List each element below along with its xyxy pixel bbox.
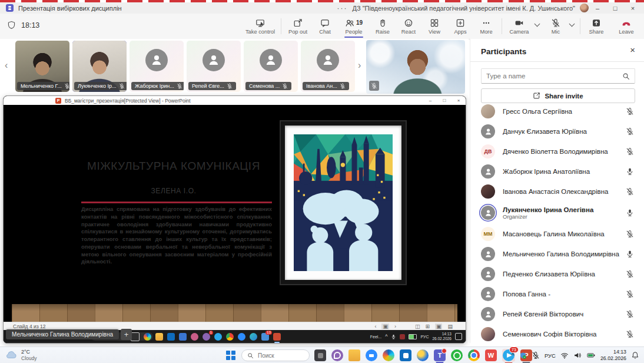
take-control-button[interactable]: Take control: [242, 14, 278, 39]
wps-office-icon[interactable]: W: [485, 349, 497, 361]
taskbar-search-input[interactable]: [257, 352, 300, 359]
zoom-icon[interactable]: [238, 333, 245, 341]
more-button[interactable]: More: [473, 14, 499, 39]
security-shield-icon[interactable]: [519, 352, 527, 359]
notification-bell-icon[interactable]: [631, 351, 639, 359]
tray-chevron-icon[interactable]: ^: [512, 352, 514, 359]
photos-app-icon[interactable]: [417, 349, 429, 361]
telegram-icon[interactable]: [214, 333, 222, 341]
participant-mic-status[interactable]: [625, 167, 635, 176]
view-button[interactable]: View: [421, 14, 447, 39]
pin-presenter-button[interactable]: +: [121, 329, 132, 340]
participant-row[interactable]: Мельниченко Галина Володимирівна: [470, 244, 644, 264]
window-minimize-button[interactable]: –: [589, 5, 606, 12]
participant-mic-status[interactable]: [625, 147, 635, 156]
camera-button[interactable]: Camera: [504, 14, 534, 39]
pop-out-button[interactable]: Pop out: [284, 14, 312, 39]
participant-thumbnail[interactable]: Семенова ...: [244, 41, 298, 92]
file-explorer-icon[interactable]: [348, 349, 360, 361]
participant-mic-status[interactable]: [625, 270, 635, 278]
copilot-icon[interactable]: [144, 333, 151, 341]
participant-thumbnail[interactable]: Жаборюк Ірин...: [130, 41, 184, 92]
participant-mic-status[interactable]: [625, 230, 635, 238]
raise-hand-button[interactable]: Raise: [370, 14, 396, 39]
wifi-icon[interactable]: [560, 351, 569, 359]
prev-slide-button[interactable]: ‹: [374, 324, 376, 329]
start-button[interactable]: [226, 351, 235, 360]
normal-view-button[interactable]: ◫: [415, 324, 420, 329]
leave-button[interactable]: Leave: [610, 14, 643, 39]
participant-mic-status[interactable]: [625, 127, 635, 136]
participant-search-box[interactable]: [481, 68, 635, 84]
edge-icon[interactable]: [250, 333, 257, 341]
window-maximize-button[interactable]: □: [606, 5, 624, 12]
chrome-icon[interactable]: [226, 333, 234, 341]
participant-row[interactable]: Репей Євгеній Вікторович: [470, 304, 644, 324]
participant-thumbnail[interactable]: Мельниченко Г...: [15, 41, 69, 92]
tray-mic-muted-icon[interactable]: [532, 351, 540, 359]
close-panel-button[interactable]: ×: [630, 45, 635, 55]
participant-row[interactable]: Данчук Єлизавета Юріївна: [470, 121, 644, 141]
task-view-icon[interactable]: [131, 332, 140, 341]
next-slide-button[interactable]: ›: [394, 324, 396, 329]
spotlight-video[interactable]: [366, 40, 465, 94]
chat-button[interactable]: Chat: [312, 14, 338, 39]
viber-icon[interactable]: 1: [203, 333, 210, 341]
copilot-icon[interactable]: [383, 349, 394, 361]
participant-mic-status[interactable]: [625, 107, 635, 116]
participant-row[interactable]: Іванова Анастасія Олександрівна: [470, 182, 644, 202]
participant-thumbnail[interactable]: Лукянченко Ір...: [72, 41, 127, 92]
clock[interactable]: 14:13 26.02.2026: [600, 349, 626, 361]
whatsapp-icon[interactable]: [451, 349, 463, 361]
teams-taskbar-icon[interactable]: T: [434, 349, 446, 361]
share-button[interactable]: Share: [583, 14, 610, 39]
file-explorer-icon[interactable]: [155, 333, 163, 341]
camera-dropdown-chevron-icon[interactable]: [535, 21, 540, 27]
participant-mic-status[interactable]: [625, 290, 635, 298]
filmstrip-next-button[interactable]: ›: [358, 60, 361, 71]
mic-button[interactable]: Mic: [543, 14, 569, 39]
tray-mic-icon[interactable]: [391, 334, 396, 339]
chrome-icon[interactable]: [468, 349, 480, 361]
speaker-icon[interactable]: [573, 351, 582, 359]
ppt-minimize-button[interactable]: –: [423, 98, 437, 103]
tray-chevron-icon[interactable]: ^: [385, 334, 387, 339]
microsoft-store-icon[interactable]: [400, 349, 411, 361]
participant-row[interactable]: Жаборюк Ірина Анатоліївна: [470, 161, 644, 182]
language-indicator[interactable]: РУС: [545, 352, 556, 359]
people-button[interactable]: 19 People: [338, 14, 370, 39]
react-button[interactable]: React: [396, 14, 421, 39]
participant-mic-status[interactable]: [625, 250, 635, 258]
language-indicator[interactable]: РУС: [420, 335, 429, 339]
account-avatar[interactable]: [580, 4, 589, 12]
taskbar-search-box[interactable]: [241, 349, 310, 361]
participant-search-input[interactable]: [482, 72, 622, 80]
tray-app-icon[interactable]: [400, 334, 405, 339]
participant-mic-status[interactable]: [625, 310, 635, 318]
participant-row[interactable]: Семенкович Софія Вікторівна: [470, 324, 644, 343]
participant-thumbnail[interactable]: Репей Євге...: [187, 41, 241, 92]
mail-client-icon[interactable]: 13: [261, 333, 269, 341]
slideshow-view-button[interactable]: ▤: [447, 324, 453, 329]
zoom-icon[interactable]: [366, 349, 377, 361]
reading-view-button[interactable]: ▣: [435, 324, 443, 329]
filmstrip-prev-button[interactable]: ‹: [5, 60, 8, 71]
ppt-maximize-button[interactable]: □: [437, 98, 452, 103]
participant-mic-status[interactable]: [625, 187, 635, 196]
titlebar-overflow-menu[interactable]: ···: [337, 4, 347, 12]
microsoft-store-icon[interactable]: [167, 333, 175, 341]
participant-mic-status[interactable]: [625, 209, 635, 217]
slide-sorter-view-button[interactable]: ⊞: [425, 324, 430, 329]
weather-widget[interactable]: 2°C Cloudy: [5, 349, 36, 361]
participant-row[interactable]: Лукянченко Ірина Олегівна Organizer: [470, 202, 644, 224]
participant-row[interactable]: Попова Ганна -: [470, 284, 644, 304]
viber-icon[interactable]: [331, 349, 343, 361]
people-app-icon[interactable]: [191, 333, 198, 341]
weather-widget[interactable]: Feel...: [370, 335, 381, 339]
participant-thumbnail[interactable]: Іванова Ан...: [301, 41, 355, 92]
participant-row[interactable]: Педченко Єлизавета Юріївна: [470, 264, 644, 284]
apps-button[interactable]: Apps: [447, 14, 473, 39]
powerpoint-taskbar-icon[interactable]: [273, 333, 281, 341]
ppt-close-button[interactable]: ×: [452, 98, 466, 103]
participant-row[interactable]: ММ Масановець Галина Миколаївна: [470, 224, 644, 244]
